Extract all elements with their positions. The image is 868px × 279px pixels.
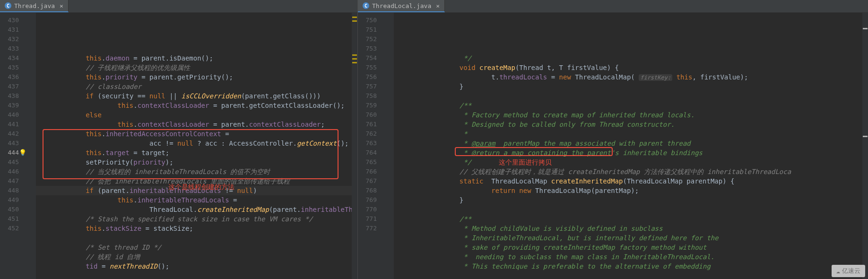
gutter-right: ↓ 75075175275375475575675775875976076176… [358,13,385,279]
java-class-icon: C [5,2,11,9]
code-line[interactable]: // 线程 id 自增 [36,252,352,262]
code-line[interactable]: * needing to subclass the map class in I… [394,252,862,262]
code-line[interactable]: * Designed to be called only from Thread… [394,120,862,129]
code-line[interactable]: * InheritableThreadLocal, but is interna… [394,233,862,243]
line-number: 444 [0,148,19,157]
line-number: 449 [0,195,19,205]
tab-bar-right: C ThreadLocal.java × [358,0,868,13]
line-number: 757 [358,82,377,91]
line-number: 762 [358,129,377,139]
line-number: 443 [0,139,19,148]
line-number: 433 [0,44,19,53]
code-line[interactable]: // 子线程继承父线程的优先级属性 [36,63,352,72]
line-number: 770 [358,205,377,214]
code-line[interactable]: else [36,110,352,120]
line-number: 437 [0,82,19,91]
code-line[interactable]: // 当父线程的 inheritableThreadLocals 的值不为空时 [36,167,352,176]
code-line[interactable]: // classLoader [36,82,352,91]
code-line[interactable]: } [394,195,862,205]
line-number: 442 [0,129,19,139]
tab-label: ThreadLocal.java [372,2,431,9]
code-area-left[interactable]: 这个是线程创建的方法 this.daemon = parent.isDaemon… [36,13,352,279]
line-number: 439 [0,101,19,110]
code-line[interactable]: return new ThreadLocalMap(parentMap); [394,186,862,195]
line-number: 765 [358,157,377,167]
editor-right[interactable]: ↓ 75075175275375475575675775875976076176… [358,13,868,279]
code-line[interactable]: this.inheritedAccessControlContext = [36,129,352,139]
code-line[interactable]: /* Stash the specified stack size in cas… [36,214,352,224]
line-number: 446 [0,167,19,176]
line-number: 435 [0,63,19,72]
editor-left[interactable]: 4304314324334344354364374384394404414424… [0,13,357,279]
code-line[interactable] [394,205,862,214]
code-line[interactable]: */ [394,53,862,63]
line-number: 759 [358,101,377,110]
tab-threadlocal-java[interactable]: C ThreadLocal.java × [358,0,445,12]
code-line[interactable]: // 会把 inheritableThreadLocals 里面的值全部传递给子… [36,176,352,186]
line-number: 772 [358,224,377,233]
code-line[interactable]: // 父线程创建子线程时，就是通过 createInheritedMap 方法传… [394,167,862,176]
code-line[interactable]: * Factory method to create map of inheri… [394,110,862,120]
line-number: 760 [358,110,377,120]
code-line[interactable] [36,233,352,243]
line-number: 434 [0,53,19,63]
line-number: 448 [0,186,19,195]
code-line[interactable]: /** [394,101,862,110]
code-line[interactable]: * This technique is preferable to the al… [394,262,862,271]
line-number: 430 [0,16,19,25]
code-line[interactable]: ThreadLocal.createInheritedMap(parent.in… [36,205,352,214]
code-line[interactable]: tid = nextThreadID(); [36,262,352,271]
code-line[interactable]: this.contextClassLoader = parent.getCont… [36,101,352,110]
close-icon[interactable]: × [60,2,63,9]
code-line[interactable]: } [394,82,862,91]
code-line[interactable]: /* Set thread ID */ [36,243,352,252]
line-number: 751 [358,25,377,35]
code-line[interactable]: * sake of providing createInheritedMap f… [394,243,862,252]
line-number: 440 [0,110,19,120]
close-icon[interactable]: × [436,2,440,9]
line-number: 753 [358,44,377,53]
tab-bar-left: C Thread.java × [0,0,357,13]
line-number: 450 [0,205,19,214]
line-number: 766 [358,167,377,176]
code-line[interactable]: if (security == null || isCCLOverridden(… [36,91,352,101]
code-line[interactable]: this.priority = parent.getPriority(); [36,72,352,82]
code-line[interactable]: * [394,129,862,139]
line-number: 755 [358,63,377,72]
code-line[interactable]: * @param parentMap the map associated wi… [394,139,862,148]
code-line[interactable] [394,91,862,101]
code-line[interactable]: * Method childValue is visibly defined i… [394,224,862,233]
tab-thread-java[interactable]: C Thread.java × [0,0,69,12]
line-number: 758 [358,91,377,101]
gutter-left: 4304314324334344354364374384394404414424… [0,13,27,279]
code-line[interactable]: if (parent.inheritableThreadLocals != nu… [36,186,352,195]
code-line[interactable]: void createMap(Thread t, T firstValue) { [394,63,862,72]
code-line[interactable]: */ [394,157,862,167]
code-line[interactable]: this.stackSize = stackSize; [36,224,352,233]
line-number: 432 [0,35,19,44]
line-number: 752 [358,35,377,44]
code-line[interactable]: /** [394,214,862,224]
line-number: 451 [0,214,19,224]
line-number: 767 [358,176,377,186]
line-number: 750 [358,16,377,25]
intention-bulb-icon[interactable]: 💡 [19,148,26,157]
code-line[interactable]: static ThreadLocalMap createInheritedMap… [394,176,862,186]
code-area-right[interactable]: 这个里面进行拷贝 */ void createMap(Thread t, T f… [394,13,862,279]
line-number: 756 [358,72,377,82]
code-line[interactable]: this.daemon = parent.isDaemon(); [36,53,352,63]
code-line[interactable]: * @return a map containing the parent's … [394,148,862,157]
code-line[interactable]: setPriority(priority); [36,157,352,167]
line-number: 764 [358,148,377,157]
line-number: 763 [358,139,377,148]
line-number: 441 [0,120,19,129]
code-line[interactable]: this.inheritableThreadLocals = [36,195,352,205]
line-number: 768 [358,186,377,195]
code-line[interactable]: acc != null ? acc : AccessController.get… [36,139,352,148]
line-number: 438 [0,91,19,101]
tab-label: Thread.java [14,2,55,9]
line-number: 452 [0,224,19,233]
code-line[interactable]: this.target = target; [36,148,352,157]
code-line[interactable]: t.threadLocals = new ThreadLocalMap( fir… [394,72,862,82]
code-line[interactable]: this.contextClassLoader = parent.context… [36,120,352,129]
